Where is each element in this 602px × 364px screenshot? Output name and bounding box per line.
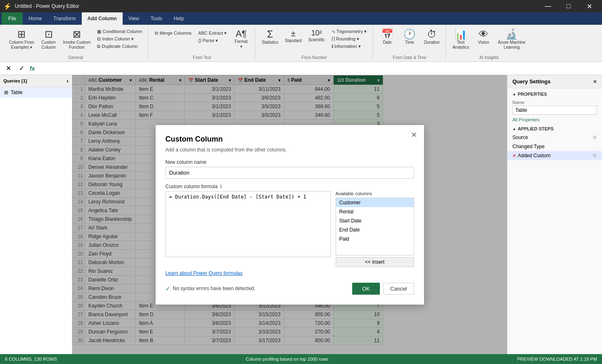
step-error-icon: ✕ (512, 153, 516, 158)
step-added-custom[interactable]: ✕ Added Custom ⚙ (507, 151, 602, 160)
maximize-button[interactable]: □ (559, 0, 578, 12)
modal-close-button[interactable]: ✕ (409, 130, 419, 140)
ribbon-group-from-datetime: 📅 Date 🕐 Time ⏱ Duration From Date & Tim… (374, 26, 446, 60)
conditional-column-button[interactable]: ▦ Conditional Column (95, 28, 145, 35)
col-list-item-start-date[interactable]: Start Date (336, 216, 414, 225)
col-list-item-customer[interactable]: Customer (336, 198, 414, 207)
col-list-item-rental[interactable]: Rental (336, 207, 414, 216)
duration-icon: ⏱ (427, 29, 437, 39)
rounding-button[interactable]: ⌈⌉ Rounding ▾ (329, 35, 369, 43)
properties-section-header: PROPERTIES (507, 88, 602, 98)
custom-column-modal: ✕ Custom Column Add a column that is com… (156, 125, 424, 305)
time-icon: 🕐 (403, 29, 416, 39)
from-text-group-label: From Text (152, 54, 251, 60)
ribbon-tabs: File Home Transform Add Column View Tool… (0, 12, 602, 25)
tab-view[interactable]: View (123, 12, 145, 25)
column-from-examples-button[interactable]: ⊞ Column FromExamples ▾ (7, 28, 37, 51)
ribbon-group-general: ⊞ Column FromExamples ▾ ⊡ CustomColumn ⊠… (3, 26, 148, 60)
status-preview-time: PREVIEW DOWNLOADED AT 1:19 PM (517, 357, 597, 362)
queries-title: Queries [1] (3, 78, 27, 83)
name-input[interactable] (512, 106, 597, 115)
invoke-fn-icon: ⊠ (73, 29, 81, 39)
formula-info-icon[interactable]: ℹ (220, 184, 222, 189)
formula-label: Custom column formula ℹ (166, 184, 414, 189)
table-icon: ⊞ (4, 90, 8, 95)
query-item-table[interactable]: ⊞ Table (0, 87, 72, 98)
tab-help[interactable]: Help (168, 12, 190, 25)
col-name-input[interactable] (166, 167, 414, 179)
modal-footer: ✓ No syntax errors have been detected. O… (166, 283, 414, 295)
index-column-button[interactable]: ⊟ Index Column ▾ (95, 35, 145, 43)
minimize-button[interactable]: — (538, 0, 557, 12)
date-icon: 📅 (381, 29, 393, 39)
available-cols-label: Available columns (336, 191, 414, 196)
formula-cancel-button[interactable]: ✕ (3, 64, 13, 73)
custom-column-button[interactable]: ⊡ CustomColumn (38, 28, 59, 51)
from-datetime-group-label: From Date & Time (377, 54, 442, 60)
text-analytics-icon: 📊 (455, 29, 467, 39)
parse-button[interactable]: {} Parse ▾ (196, 37, 229, 44)
text-analytics-button[interactable]: 📊 TextAnalytics (450, 28, 472, 51)
col-list-item-paid[interactable]: Paid (336, 234, 414, 243)
standard-button[interactable]: ± Standard (282, 28, 304, 45)
ribbon-general-items: ⊞ Column FromExamples ▾ ⊡ CustomColumn ⊠… (7, 26, 145, 54)
extract-button[interactable]: ABC Extract ▾ (196, 30, 229, 37)
status-bar: 6 COLUMNS, 130 ROWS Column profiling bas… (0, 354, 602, 364)
vision-icon: 👁 (479, 29, 488, 39)
ok-button[interactable]: OK (352, 283, 380, 295)
formula-bar: ✕ ✓ fx = Table.AddColumn(#"Changed Type"… (0, 62, 602, 75)
added-custom-gear-icon[interactable]: ⚙ (593, 153, 597, 158)
trigonometry-button[interactable]: ∿ Trigonometry ▾ (329, 28, 369, 35)
available-columns-panel: Available columns Customer Rental Start … (336, 191, 414, 267)
invoke-custom-function-button[interactable]: ⊠ Invoke CustomFunction (61, 28, 93, 51)
source-gear-icon[interactable]: ⚙ (593, 135, 597, 140)
window-controls: — □ ✕ (538, 0, 599, 12)
duplicate-column-button[interactable]: ⧉ Duplicate Column (95, 43, 145, 50)
formula-input[interactable]: = Table.AddColumn(#"Changed Type", "Dura… (38, 66, 599, 71)
statistics-button[interactable]: Σ Statistics (259, 28, 281, 46)
information-number-button[interactable]: ℹ Information ▾ (329, 43, 369, 50)
ai-insights-group-label: AI Insights (450, 54, 528, 60)
vision-button[interactable]: 👁 Vision (473, 28, 494, 46)
all-properties-link[interactable]: All Properties (507, 116, 602, 123)
right-panel-header: Query Settings ✕ (507, 75, 602, 88)
duration-button[interactable]: ⏱ Duration (422, 28, 442, 46)
modal-buttons: OK Cancel (352, 283, 414, 295)
right-panel: Query Settings ✕ PROPERTIES Name All Pro… (507, 75, 602, 354)
tab-add-column[interactable]: Add Column (82, 12, 123, 25)
ribbon-group-from-number: Σ Statistics ± Standard 10² Scientific ∿… (256, 26, 373, 60)
col-name-label: New column name (166, 159, 414, 165)
tab-file[interactable]: File (2, 12, 23, 25)
tab-transform[interactable]: Transform (47, 12, 81, 25)
close-button[interactable]: ✕ (580, 0, 599, 12)
step-changed-type[interactable]: Changed Type (507, 142, 602, 151)
format-icon: A¶ (236, 29, 247, 38)
scientific-button[interactable]: 10² Scientific (306, 28, 327, 44)
step-source[interactable]: Source ⚙ (507, 133, 602, 142)
format-button[interactable]: A¶ Format▾ (231, 28, 251, 50)
main-content: Queries [1] ‹ ⊞ Table ABC Customer ▾ (0, 75, 602, 354)
merge-columns-button[interactable]: ⧉ Merge Columns (152, 30, 194, 37)
date-button[interactable]: 📅 Date (377, 28, 398, 46)
tab-home[interactable]: Home (23, 12, 47, 25)
insert-button[interactable]: << Insert (336, 257, 414, 267)
modal-overlay: ✕ Custom Column Add a column that is com… (72, 75, 507, 354)
tab-tools[interactable]: Tools (145, 12, 168, 25)
cancel-button[interactable]: Cancel (383, 283, 414, 295)
title-text: Untitled - Power Query Editor (15, 3, 79, 9)
status-text: No syntax errors have been detected. (173, 286, 256, 291)
col-list-item-end-date[interactable]: End Date (336, 225, 414, 234)
azure-ml-button[interactable]: 🔬 Azure MachineLearning (495, 28, 528, 51)
learn-link[interactable]: Learn about Power Query formulas (166, 270, 243, 276)
right-panel-close-button[interactable]: ✕ (593, 79, 597, 85)
formula-confirm-button[interactable]: ✓ (17, 64, 26, 73)
time-button[interactable]: 🕐 Time (399, 28, 420, 46)
azure-ml-icon: 🔬 (505, 29, 518, 39)
from-number-group-label: From Number (259, 54, 369, 60)
formula-textarea[interactable]: = Duration.Days([End Date] - [Start Date… (166, 191, 331, 257)
ribbon-from-text-items: ⧉ Merge Columns ABC Extract ▾ {} Parse ▾… (152, 26, 251, 54)
ribbon: ⊞ Column FromExamples ▾ ⊡ CustomColumn ⊠… (0, 25, 602, 62)
ribbon-group-ai-insights: 📊 TextAnalytics 👁 Vision 🔬 Azure Machine… (447, 26, 531, 60)
queries-collapse-button[interactable]: ‹ (66, 78, 69, 84)
custom-col-icon: ⊡ (45, 29, 53, 39)
